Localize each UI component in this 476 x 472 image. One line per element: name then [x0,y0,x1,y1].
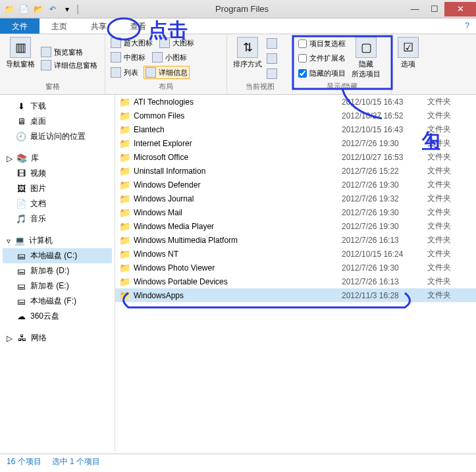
table-row[interactable]: 📁Windows Journal2012/7/26 19:32文件夹 [115,192,476,205]
sidebar: ⬇下载 🖥桌面 🕘最近访问的位置 ▷📚库 🎞视频 🖼图片 📄文档 🎵音乐 ▿💻计… [0,95,115,454]
desktop-icon: 🖥 [16,117,26,127]
folder-icon: 📁 [4,4,14,14]
file-ext-checkbox[interactable] [298,54,307,63]
hide-selected-button[interactable]: ▢ 隐藏 所选项目 [350,37,383,80]
music-icon: 🎵 [16,214,26,224]
folder-icon: 📁 [118,235,131,246]
file-name: Windows Mail [131,208,342,217]
item-checkboxes-toggle[interactable]: 项目复选框 [297,38,347,50]
table-row[interactable]: 📁Common Files2012/10/27 16:52文件夹 [115,109,476,122]
sidebar-item-desktop[interactable]: 🖥桌面 [3,114,112,129]
sort-icon: ⇅ [237,37,258,58]
hidden-items-toggle[interactable]: 隐藏的项目 [297,67,347,80]
sidebar-item-drive-e[interactable]: 🖴新加卷 (E:) [3,278,112,294]
file-name: Common Files [131,111,342,120]
table-row[interactable]: 📁ATI Technologies2012/10/15 16:43文件夹 [115,95,476,109]
table-row[interactable]: 📁Windows Multimedia Platform2012/7/26 16… [115,233,476,247]
sidebar-item-documents[interactable]: 📄文档 [3,196,112,211]
file-date: 2012/10/15 16:43 [342,97,427,107]
file-date: 2012/7/26 19:30 [342,208,427,217]
folder-icon: 📁 [118,166,131,176]
sidebar-item-videos[interactable]: 🎞视频 [3,166,112,181]
l-icons-icon [159,38,170,48]
nav-pane-icon: ▥ [10,37,31,58]
table-row[interactable]: 📁Windows NT2012/10/15 16:24文件夹 [115,247,476,261]
sort-by-button[interactable]: ⇅ 排序方式 [231,37,264,80]
sidebar-item-music[interactable]: 🎵音乐 [3,211,112,226]
table-row[interactable]: 📁Windows Mail2012/7/26 19:30文件夹 [115,205,476,219]
dropdown-icon[interactable]: ▾ [62,4,72,14]
nav-pane-button[interactable]: ▥ 导航窗格 [4,37,37,80]
add-columns-icon[interactable] [267,53,277,64]
libraries-icon: 📚 [16,153,27,164]
new-doc-icon[interactable]: 📄 [18,4,29,14]
drive-icon: 🖴 [16,296,26,307]
details-pane-button[interactable]: 详细信息窗格 [40,59,99,71]
s-icons-button[interactable]: 小图标 [151,51,188,63]
file-type: 文件夹 [427,96,473,107]
ribbon: ▥ 导航窗格 预览窗格 详细信息窗格 窗格 超大图标 大图标 中图标 小图标 [0,34,476,95]
file-list[interactable]: 📁ATI Technologies2012/10/15 16:43文件夹📁Com… [115,95,476,454]
sidebar-item-360cloud[interactable]: ☁360云盘 [3,309,112,324]
drive-icon: 🖴 [16,266,26,276]
help-icon[interactable]: ? [458,18,476,34]
m-icons-button[interactable]: 中图标 [109,51,147,63]
file-name: ATI Technologies [131,97,342,107]
file-date: 2012/7/26 19:32 [342,194,427,203]
table-row[interactable]: 📁Windows Defender2012/7/26 19:30文件夹 [115,178,476,192]
table-row[interactable]: 📁Elantech2012/10/15 16:43文件夹 [115,122,476,136]
hidden-items-checkbox[interactable] [298,69,307,78]
sidebar-item-recent[interactable]: 🕘最近访问的位置 [3,129,112,144]
preview-pane-button[interactable]: 预览窗格 [40,46,99,58]
item-checkboxes-checkbox[interactable] [298,39,307,48]
table-row[interactable]: 📁Windows Photo Viewer2012/7/26 19:30文件夹 [115,261,476,275]
sidebar-item-pictures[interactable]: 🖼图片 [3,181,112,196]
sidebar-item-downloads[interactable]: ⬇下载 [3,99,112,114]
computer-icon: 💻 [14,236,25,246]
close-button[interactable]: ✕ [444,2,476,16]
table-row[interactable]: 📁Microsoft Office2012/10/27 16:53文件夹 [115,150,476,164]
file-type: 文件夹 [427,248,473,259]
file-type: 文件夹 [427,151,473,163]
size-columns-icon[interactable] [267,68,277,79]
sidebar-item-drive-f[interactable]: 🖴本地磁盘 (F:) [3,294,112,309]
drive-icon: 🖴 [16,281,26,292]
options-button[interactable]: ☑ 选项 [396,37,421,82]
sidebar-network[interactable]: ▷🖧网络 [3,330,112,346]
file-type: 文件夹 [427,290,473,301]
table-row[interactable]: 📁Uninstall Information2012/7/26 15:22文件夹 [115,164,476,178]
xl-icons-button[interactable]: 超大图标 [109,37,154,49]
minimize-button[interactable]: — [405,2,425,16]
folder-icon: 📁 [118,152,131,163]
tab-share[interactable]: 共享 [79,18,119,34]
table-row[interactable]: 📁Internet Explorer2012/7/26 19:30文件夹 [115,136,476,150]
statusbar: 16 个项目 选中 1 个项目 [0,454,476,469]
list-view-button[interactable]: 列表 [109,66,140,79]
folder-icon: 📁 [118,221,131,232]
current-view-group-label: 当前视图 [231,80,288,92]
file-name: Windows Media Player [131,222,342,231]
sidebar-item-drive-d[interactable]: 🖴新加卷 (D:) [3,263,112,278]
file-type: 文件夹 [427,179,473,190]
maximize-button[interactable]: ☐ [425,2,444,16]
sidebar-computer[interactable]: ▿💻计算机 [3,233,112,248]
window-title: Program Files [79,4,405,14]
table-row[interactable]: 📁Windows Media Player2012/7/26 19:30文件夹 [115,219,476,233]
tab-view[interactable]: 查看 [119,18,158,34]
folder-open-icon[interactable]: 📂 [33,4,43,14]
file-ext-toggle[interactable]: 文件扩展名 [297,52,347,65]
tab-home[interactable]: 主页 [40,18,79,34]
sidebar-libraries[interactable]: ▷📚库 [3,151,112,166]
file-type: 文件夹 [427,165,473,176]
details-view-button[interactable]: 详细信息 [144,66,190,79]
recent-icon: 🕘 [16,132,26,142]
group-by-icon[interactable] [267,38,277,49]
l-icons-button[interactable]: 大图标 [158,37,196,49]
videos-icon: 🎞 [16,169,26,179]
table-row[interactable]: 📁Windows Portable Devices2012/7/26 16:13… [115,275,476,288]
table-row[interactable]: 📁WindowsApps2012/11/3 16:28文件夹 [115,288,476,302]
undo-icon[interactable]: ↶ [47,4,58,14]
sidebar-item-drive-c[interactable]: 🖴本地磁盘 (C:) [3,248,112,263]
tab-file[interactable]: 文件 [0,18,40,34]
file-type: 文件夹 [427,193,473,204]
